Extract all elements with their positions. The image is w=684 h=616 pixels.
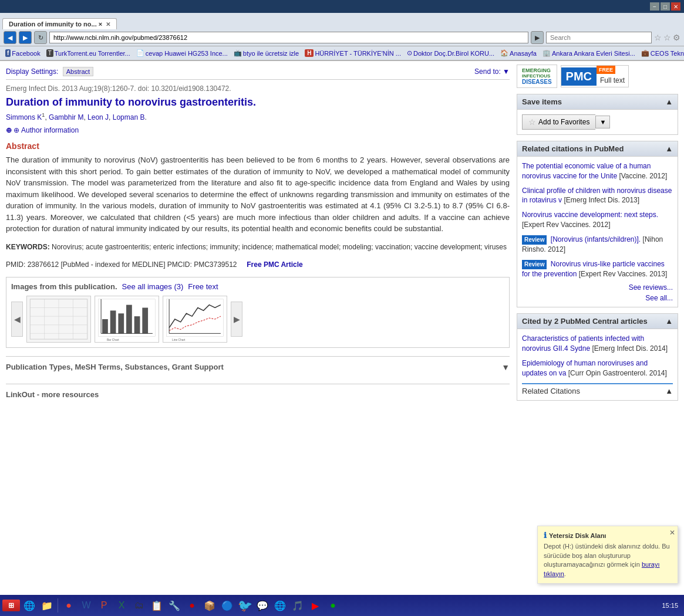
tab-close-icon[interactable]: ✕ (106, 21, 110, 28)
svg-rect-12 (110, 310, 116, 333)
facebook-icon: f (5, 49, 11, 57)
refresh-button[interactable]: ↻ (34, 31, 47, 44)
author-info-label: ⊕ Author information (14, 126, 79, 134)
back-button[interactable]: ◀ (4, 31, 16, 44)
add-favorites-area: ☆ Add to Favorites ▼ (522, 114, 673, 130)
bookmark-turktorrent[interactable]: T TurkTorrent.eu Torrentler... (45, 49, 132, 57)
pmid-text: PMID: 23876612 [PubMed - indexed for MED… (6, 260, 237, 269)
right-panel: EMERGING INFECTIOUS DISEASES PMC FREE Fu… (517, 65, 678, 556)
image-thumb-1[interactable] (26, 296, 91, 343)
keywords-label: KEYWORDS: (6, 243, 50, 251)
author-lopman[interactable]: Lopman B (113, 113, 145, 121)
search-input[interactable] (546, 32, 652, 43)
bookmark-hurriyet[interactable]: H HÜRRİYET - TÜRKİYE'NİN ... (303, 49, 403, 57)
authors-line: Simmons K1, Gambhir M, Leon J, Lopman B. (6, 112, 510, 121)
notification-close-button[interactable]: ✕ (669, 529, 675, 537)
images-scroll: ◀ (11, 296, 504, 343)
maximize-button[interactable]: □ (661, 2, 670, 11)
related-citations-scroll-up2[interactable]: ▲ (665, 387, 673, 395)
free-pmc-link[interactable]: Free PMC Article (247, 260, 303, 269)
bookmark-icon[interactable]: ☆ (663, 33, 671, 42)
display-settings-area: Display Settings: Abstract (6, 67, 93, 76)
save-items-header: Save items ▲ (517, 94, 678, 110)
images-header: Images from this publication. See all im… (11, 282, 504, 291)
hurriyet-icon: H (305, 49, 314, 57)
bookmark-facebook[interactable]: f Facebook (4, 49, 42, 57)
star-icon[interactable]: ☆ (654, 33, 662, 42)
related-citations-section: Related citations in PubMed ▲ The potent… (517, 141, 678, 307)
related-citation-2: Clinical profile of children with norovi… (522, 186, 673, 206)
bookmark-doktor[interactable]: ⊙ Doktor Doç.Dr.Birol KORU... (405, 49, 496, 57)
related-citations-scroll-up[interactable]: ▲ (665, 144, 673, 153)
cited-by-body: Characteristics of patients infected wit… (517, 329, 678, 400)
svg-rect-16 (142, 307, 148, 333)
see-all-images-link[interactable]: See all images (3) (122, 282, 184, 291)
citation-3-link[interactable]: Norovirus vaccine development: next step… (522, 211, 658, 219)
save-items-section: Save items ▲ ☆ Add to Favorites ▼ (517, 94, 678, 135)
left-panel: Display Settings: Abstract Send to: ▼ Em… (6, 65, 510, 556)
browser-chrome: Duration of immunity to no... × ✕ ◀ ▶ ↻ … (0, 13, 684, 61)
review-badge-4: Review (522, 235, 547, 245)
star-area: ☆ ☆ ⚙ (654, 33, 680, 42)
free-text-link[interactable]: Free text (188, 282, 218, 291)
cited-by-header: Cited by 2 PubMed Central articles ▲ (517, 314, 678, 329)
linkout-title: LinkOut - more resources (6, 390, 99, 399)
svg-rect-15 (134, 316, 140, 333)
citation-3-journal: [Expert Rev Vaccines. 2012] (522, 221, 611, 229)
citation-1-journal: [Vaccine. 2012] (619, 172, 667, 180)
save-items-body: ☆ Add to Favorites ▼ (517, 110, 678, 134)
abstract-badge[interactable]: Abstract (63, 67, 93, 76)
images-section: Images from this publication. See all im… (6, 277, 510, 348)
bookmark-anasayfa[interactable]: 🏠 Anasayfa (498, 49, 538, 57)
display-settings-link[interactable]: Display Settings: Abstract (6, 67, 93, 76)
add-favorites-label: Add to Favorites (538, 118, 589, 126)
notification-header: ℹ Yetersiz Disk Alanı (544, 531, 672, 540)
cited-item-2: Epidemiology of human noroviruses and up… (522, 358, 673, 378)
related-citations-footer-label: Related Citations (522, 387, 580, 395)
bookmark-ankara[interactable]: 🏢 Ankara Ankara Evleri Sitesi... (541, 49, 637, 57)
see-all-link[interactable]: See all... (522, 294, 673, 302)
plus-icon: ⊕ (6, 126, 12, 134)
cited-1-journal: [Emerg Infect Dis. 2014] (592, 344, 668, 353)
image-thumb-2[interactable]: Bar Chart (95, 296, 159, 343)
author-info-toggle[interactable]: ⊕ ⊕ Author information (6, 126, 510, 134)
save-items-scroll-up[interactable]: ▲ (665, 97, 673, 106)
author-leon[interactable]: Leon J (87, 113, 109, 121)
forward-button[interactable]: ▶ (19, 31, 32, 44)
scroll-left-button[interactable]: ◀ (11, 302, 23, 337)
bookmark-huawei[interactable]: 📄 cevap Huawei HG253 Ince... (134, 49, 230, 57)
author-simmons[interactable]: Simmons K (6, 113, 42, 121)
pub-types-toggle[interactable]: ▼ (501, 363, 510, 372)
related-citations-footer: Related Citations ▲ (522, 383, 673, 395)
close-button[interactable]: ✕ (671, 2, 680, 11)
eid-logo[interactable]: EMERGING INFECTIOUS DISEASES (517, 65, 557, 88)
see-reviews-link[interactable]: See reviews... (522, 283, 673, 292)
related-citations-title: Related citations in PubMed (522, 144, 624, 153)
cited-by-scroll-up[interactable]: ▲ (665, 317, 673, 326)
author-gambhir[interactable]: Gambhir M (49, 113, 83, 121)
svg-rect-11 (102, 319, 108, 333)
notification-info-icon: ℹ (544, 531, 547, 540)
send-to-link[interactable]: Send to: ▼ (474, 67, 510, 76)
url-input[interactable] (49, 32, 528, 43)
image-thumb-3[interactable]: Line Chart (163, 296, 227, 343)
bookmark-ceos[interactable]: 💼 CEOS Teknoloji Personel ... (639, 49, 684, 57)
send-to-area: Send to: ▼ (474, 67, 510, 76)
citation-4-link[interactable]: [Norovirus (infants/children)]. (551, 235, 641, 243)
pmc-logo[interactable]: PMC FREE Full text (561, 65, 629, 87)
scroll-right-button[interactable]: ▶ (231, 302, 242, 337)
article-title: Duration of immunity to norovirus gastro… (6, 96, 510, 109)
search-go-button[interactable]: ▶ (531, 31, 544, 44)
bookmark-btyo[interactable]: 📺 btyo ile ücretsiz izle (232, 49, 301, 57)
top-bar: Display Settings: Abstract Send to: ▼ (6, 65, 510, 80)
turktorrent-icon: T (46, 49, 53, 57)
favorites-dropdown-button[interactable]: ▼ (595, 116, 610, 128)
image-thumbnails: Bar Chart Line Chart (26, 296, 227, 343)
settings-icon[interactable]: ⚙ (673, 33, 680, 42)
svg-text:Bar Chart: Bar Chart (107, 339, 119, 341)
citation-2-journal: [Emerg Infect Dis. 2013] (564, 196, 639, 204)
active-tab[interactable]: Duration of immunity to no... × ✕ (2, 18, 117, 29)
minimize-button[interactable]: − (650, 2, 659, 11)
citation-5-journal: [Expert Rev Vaccines. 2013] (579, 270, 668, 278)
add-to-favorites-button[interactable]: ☆ Add to Favorites (522, 114, 595, 130)
